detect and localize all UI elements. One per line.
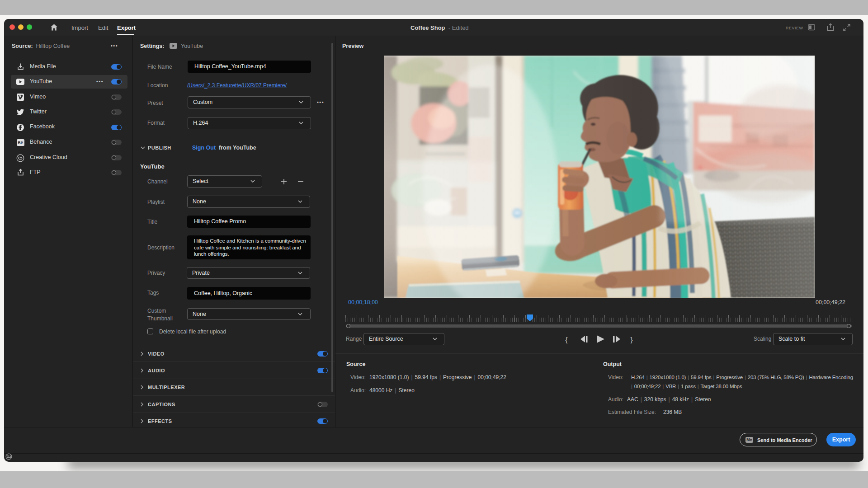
svg-text:}: } — [630, 336, 632, 343]
svg-text:{: { — [565, 336, 567, 343]
svg-text:Bē: Bē — [18, 141, 23, 145]
